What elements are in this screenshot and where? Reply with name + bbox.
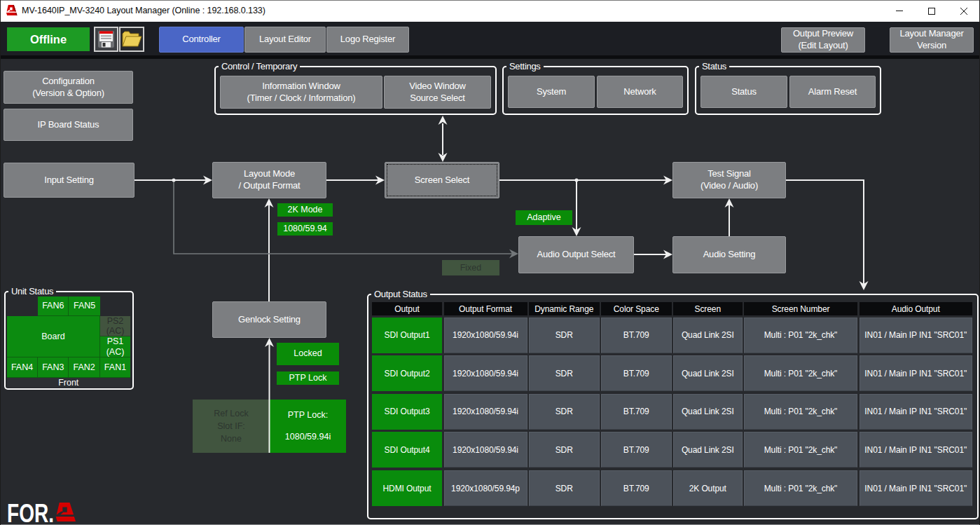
svg-text:FOR.: FOR. xyxy=(7,502,54,524)
